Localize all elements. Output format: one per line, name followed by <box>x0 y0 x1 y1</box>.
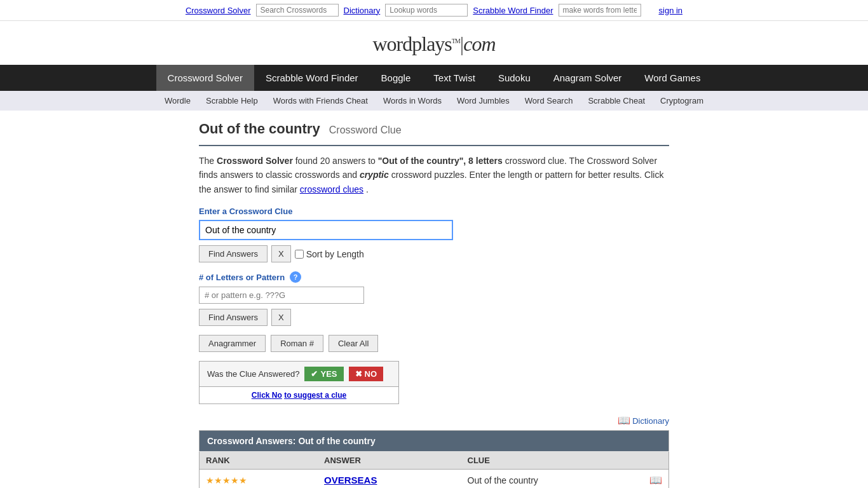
clear-clue-button[interactable]: X <box>271 245 291 262</box>
title-divider <box>199 145 669 146</box>
nav-text-twist[interactable]: Text Twist <box>422 65 487 91</box>
no-button[interactable]: ✖ NO <box>349 367 384 381</box>
subnav-word-jumbles[interactable]: Word Jumbles <box>449 93 517 108</box>
scrabble-input[interactable] <box>559 4 641 17</box>
clear-pattern-button[interactable]: X <box>271 309 291 326</box>
clue-btn-row: Find Answers X Sort by Length <box>199 245 669 262</box>
pattern-label: # of Letters or Pattern <box>199 273 285 282</box>
top-bar: Crossword Solver Dictionary Scrabble Wor… <box>0 0 868 21</box>
crossword-clues-link[interactable]: crossword clues <box>300 184 363 194</box>
main-nav: Crossword Solver Scrabble Word Finder Bo… <box>0 65 868 91</box>
pattern-row: # of Letters or Pattern ? <box>199 271 669 283</box>
clue-cell: Out of the country <box>461 470 643 488</box>
results-title: Crossword Answers: Out of the country <box>200 431 669 452</box>
was-answered-header: Was the Clue Answered? ✔ YES ✖ NO <box>200 362 398 387</box>
nav-word-games[interactable]: Word Games <box>633 65 712 91</box>
yes-button[interactable]: ✔ YES <box>304 367 343 381</box>
sub-nav: Wordle Scrabble Help Words with Friends … <box>0 91 868 111</box>
title-text: Out of the country <box>199 121 320 137</box>
help-icon[interactable]: ? <box>290 271 301 283</box>
logo-tm: TM <box>452 37 460 44</box>
subnav-word-search[interactable]: Word Search <box>517 93 581 108</box>
sign-in-link[interactable]: sign in <box>659 6 683 15</box>
logo-com: com <box>463 32 495 55</box>
nav-boggle[interactable]: Boggle <box>370 65 423 91</box>
logo-text: wordplays <box>372 32 451 55</box>
sort-by-length-checkbox[interactable] <box>295 250 304 259</box>
book-icon: 📖 <box>618 415 630 426</box>
clue-input[interactable] <box>199 220 453 240</box>
page-title: Out of the country Crossword Clue <box>199 121 669 137</box>
enter-clue-label: Enter a Crossword Clue <box>199 207 669 216</box>
pattern-input[interactable] <box>199 287 364 304</box>
site-logo: wordplaysTM|com <box>372 32 495 56</box>
dictionary-link-top[interactable]: Dictionary <box>344 6 381 15</box>
nav-sudoku[interactable]: Sudoku <box>487 65 542 91</box>
crossword-solver-link[interactable]: Crossword Solver <box>186 6 251 15</box>
subnav-scrabble-cheat[interactable]: Scrabble Cheat <box>580 93 653 108</box>
nav-crossword-solver[interactable]: Crossword Solver <box>156 65 254 91</box>
checkmark-icon: ✔ <box>311 369 318 379</box>
star-rating: ★★★★★ <box>206 475 247 485</box>
description: The Crossword Solver found 20 answers to… <box>199 154 669 196</box>
clear-all-button[interactable]: Clear All <box>329 335 378 352</box>
nav-scrabble-word-finder[interactable]: Scrabble Word Finder <box>254 65 370 91</box>
logo-bar: wordplaysTM|com <box>0 21 868 65</box>
cryptic-bold: cryptic <box>360 170 389 180</box>
rank-cell: ★★★★★ <box>200 470 318 488</box>
was-answered-footer: Click No to suggest a clue <box>200 387 398 403</box>
col-rank: RANK <box>200 452 318 470</box>
sort-by-length-text: Sort by Length <box>306 249 364 259</box>
subnav-cryptogram[interactable]: Cryptogram <box>653 93 711 108</box>
x-icon: ✖ <box>355 369 362 379</box>
find-answers-button[interactable]: Find Answers <box>199 245 268 262</box>
dictionary-icon[interactable]: 📖 <box>649 475 662 485</box>
subnav-words-in-words[interactable]: Words in Words <box>376 93 449 108</box>
roman-button[interactable]: Roman # <box>271 335 323 352</box>
table-row: ★★★★★ OVERSEAS Out of the country 📖 <box>200 470 669 488</box>
no-label: NO <box>365 369 377 379</box>
find-answers-button-2[interactable]: Find Answers <box>199 309 268 326</box>
anagrammer-button[interactable]: Anagrammer <box>199 335 266 352</box>
col-answer: ANSWER <box>318 452 461 470</box>
col-clue: CLUE <box>461 452 669 470</box>
results-table: Crossword Answers: Out of the country RA… <box>199 430 669 488</box>
dictionary-link-results[interactable]: Dictionary <box>632 416 669 426</box>
subnav-wordle[interactable]: Wordle <box>157 93 198 108</box>
dictionary-link-section: 📖 Dictionary <box>199 414 669 426</box>
action-btns: Anagrammer Roman # Clear All <box>199 335 669 352</box>
answer-cell: OVERSEAS <box>318 470 461 488</box>
scrabble-link-top[interactable]: Scrabble Word Finder <box>473 6 553 15</box>
was-answered-box: Was the Clue Answered? ✔ YES ✖ NO Click … <box>199 361 399 404</box>
pattern-btn-row: Find Answers X <box>199 309 669 326</box>
dict-cell: 📖 <box>643 470 669 488</box>
crossword-search-input[interactable] <box>256 4 339 17</box>
nav-anagram-solver[interactable]: Anagram Solver <box>542 65 634 91</box>
sort-by-length-label[interactable]: Sort by Length <box>295 249 364 259</box>
dictionary-input[interactable] <box>385 4 468 17</box>
solver-bold: Crossword Solver <box>217 156 293 166</box>
answer-link[interactable]: OVERSEAS <box>324 475 377 485</box>
subnav-words-with-friends[interactable]: Words with Friends Cheat <box>266 93 376 108</box>
subnav-scrabble-help[interactable]: Scrabble Help <box>198 93 266 108</box>
no-link[interactable]: No <box>272 391 282 400</box>
clue-bold: "Out of the country", 8 letters <box>378 156 503 166</box>
clue-label: Crossword Clue <box>329 125 402 135</box>
was-answered-text: Was the Clue Answered? <box>207 369 299 379</box>
yes-label: YES <box>320 369 337 379</box>
content: Out of the country Crossword Clue The Cr… <box>186 111 682 488</box>
